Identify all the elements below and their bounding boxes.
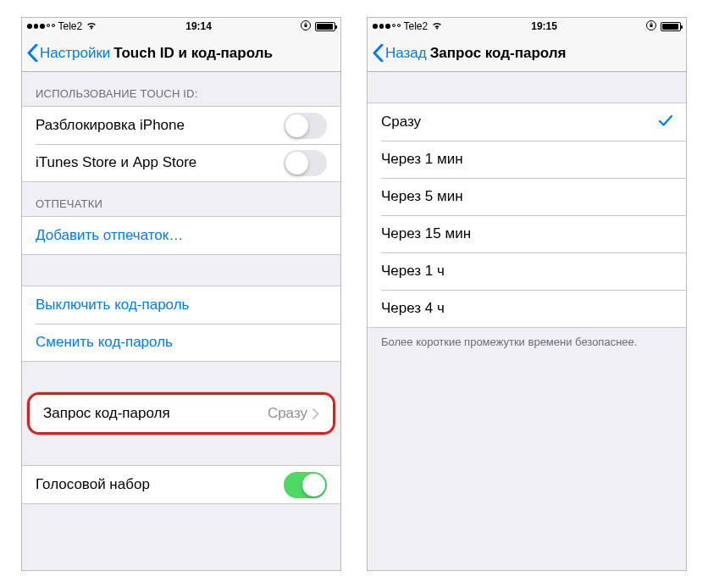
battery-icon	[661, 22, 681, 31]
signal-dots-icon	[373, 24, 401, 29]
group-fingerprints: Добавить отпечаток…	[22, 216, 340, 255]
group-options: СразуЧерез 1 минЧерез 5 минЧерез 15 минЧ…	[368, 103, 686, 328]
chevron-left-icon	[373, 44, 384, 62]
nav-bar: Назад Запрос код-пароля	[368, 35, 686, 72]
wifi-icon	[86, 20, 97, 32]
switch-unlock-iphone[interactable]	[284, 113, 327, 139]
carrier-label: Tele2	[404, 20, 429, 32]
row-unlock-iphone[interactable]: Разблокировка iPhone	[22, 107, 340, 144]
row-voice-dial[interactable]: Голосовой набор	[22, 466, 340, 503]
back-label: Назад	[385, 45, 427, 62]
row-label: Через 15 мин	[381, 225, 672, 242]
carrier-label: Tele2	[58, 20, 83, 32]
row-label: Через 5 мин	[381, 188, 672, 205]
row-option[interactable]: Через 15 мин	[368, 215, 686, 252]
status-time: 19:14	[185, 20, 212, 32]
back-button[interactable]: Назад	[373, 44, 427, 62]
highlight-require-passcode: Запрос код-пароля Сразу	[27, 392, 335, 435]
status-time: 19:15	[531, 20, 557, 32]
back-button[interactable]: Настройки	[27, 44, 110, 62]
row-option[interactable]: Через 1 мин	[368, 141, 686, 178]
row-label: Голосовой набор	[36, 476, 284, 493]
row-label: iTunes Store и App Store	[36, 154, 284, 171]
svg-rect-3	[650, 25, 652, 27]
row-label: Через 4 ч	[381, 300, 672, 317]
row-label: Добавить отпечаток…	[36, 227, 327, 244]
phone-left: Tele2 19:14 Настройки Touch ID и код-пар…	[21, 17, 341, 571]
row-disable-passcode[interactable]: Выключить код-пароль	[22, 286, 340, 324]
status-right	[300, 19, 335, 34]
row-label: Сменить код-пароль	[36, 334, 327, 351]
row-option[interactable]: Через 1 ч	[368, 252, 686, 290]
status-left: Tele2	[373, 20, 443, 32]
signal-dots-icon	[27, 24, 55, 29]
checkmark-icon	[659, 114, 672, 130]
row-label: Разблокировка iPhone	[36, 117, 284, 134]
row-label: Сразу	[381, 114, 659, 130]
rotation-lock-icon	[645, 19, 657, 34]
section-header-touchid: ИСПОЛЬЗОВАНИЕ TOUCH ID:	[22, 72, 340, 106]
section-header-fingerprints: ОТПЕЧАТКИ	[22, 182, 340, 216]
row-label: Через 1 ч	[381, 263, 672, 280]
row-label: Через 1 мин	[381, 151, 672, 168]
section-footer: Более короткие промежутки времени безопа…	[368, 328, 686, 362]
nav-bar: Настройки Touch ID и код-пароль	[22, 35, 340, 72]
content: ИСПОЛЬЗОВАНИЕ TOUCH ID: Разблокировка iP…	[22, 72, 340, 570]
row-option[interactable]: Через 5 мин	[368, 178, 686, 215]
group-require-passcode: Запрос код-пароля Сразу	[30, 395, 333, 432]
chevron-left-icon	[27, 44, 38, 62]
status-bar: Tele2 19:15	[368, 18, 686, 35]
status-right	[645, 19, 681, 34]
back-label: Настройки	[40, 45, 110, 62]
row-label: Запрос код-пароля	[43, 405, 268, 422]
row-option[interactable]: Сразу	[368, 103, 686, 141]
svg-rect-1	[304, 25, 307, 27]
row-detail: Сразу	[268, 405, 307, 422]
status-bar: Tele2 19:14	[22, 18, 340, 35]
phone-right: Tele2 19:15 Назад Запрос код-пароля Сраз…	[367, 17, 687, 571]
group-passcode-actions: Выключить код-пароль Сменить код-пароль	[22, 286, 340, 362]
row-change-passcode[interactable]: Сменить код-пароль	[22, 324, 340, 361]
row-label: Выключить код-пароль	[36, 297, 327, 313]
row-option[interactable]: Через 4 ч	[368, 290, 686, 327]
group-voice-dial: Голосовой набор	[22, 465, 340, 504]
wifi-icon	[431, 20, 443, 32]
switch-voice-dial[interactable]	[284, 472, 327, 498]
nav-title: Запрос код-пароля	[430, 45, 567, 62]
row-itunes-store[interactable]: iTunes Store и App Store	[22, 144, 340, 181]
rotation-lock-icon	[300, 19, 312, 34]
group-touchid: Разблокировка iPhone iTunes Store и App …	[22, 106, 340, 182]
nav-title: Touch ID и код-пароль	[113, 45, 273, 62]
switch-itunes-store[interactable]	[284, 150, 327, 176]
content: СразуЧерез 1 минЧерез 5 минЧерез 15 минЧ…	[368, 72, 686, 570]
chevron-right-icon	[313, 408, 319, 419]
row-add-fingerprint[interactable]: Добавить отпечаток…	[22, 217, 340, 254]
row-require-passcode[interactable]: Запрос код-пароля Сразу	[30, 395, 333, 432]
battery-icon	[315, 22, 335, 31]
status-left: Tele2	[27, 20, 97, 32]
